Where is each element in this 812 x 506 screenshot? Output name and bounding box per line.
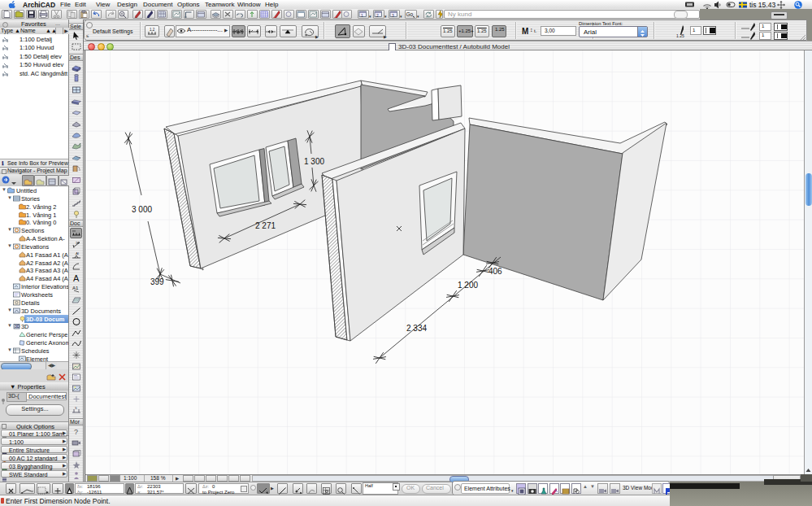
svg-text:1 200: 1 200 [458,281,478,290]
svg-text:1.2: 1.2 [150,28,155,32]
svg-text:406: 406 [489,267,502,276]
svg-text:S: S [75,406,77,410]
svg-text:1: 1 [361,13,363,18]
svg-text:399: 399 [150,277,164,286]
svg-text:2: 2 [376,13,379,18]
svg-text:3: 3 [392,13,394,18]
svg-text:Go: Go [406,11,414,17]
svg-text:-Al: -Al [75,251,79,255]
svg-text:A: A [73,273,80,282]
svg-text:3D: 3D [15,324,20,329]
svg-text:1.25: 1.25 [676,33,684,38]
svg-text:2 334: 2 334 [406,324,427,333]
svg-text:?: ? [74,428,78,436]
svg-text:12: 12 [76,241,80,245]
svg-text:1 300: 1 300 [304,157,324,166]
svg-text:A1: A1 [72,286,79,290]
svg-text:3 000: 3 000 [132,205,152,214]
svg-text:2 271: 2 271 [255,221,276,230]
